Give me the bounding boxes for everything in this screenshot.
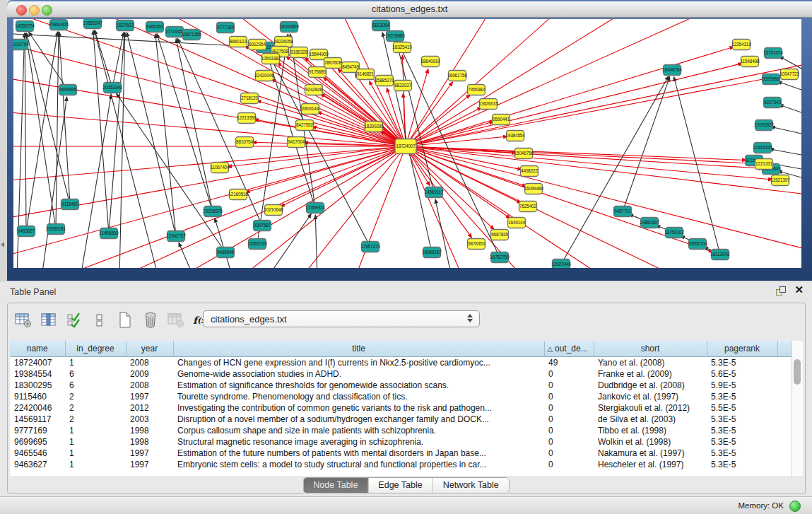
graph-node[interactable]: 7955383	[468, 85, 486, 95]
column-header-out_de[interactable]: △ out_de...	[544, 341, 594, 357]
graph-node[interactable]: 18103754	[13, 40, 29, 50]
graph-node[interactable]: 9329966	[763, 74, 780, 85]
graph-node[interactable]: 9227343	[764, 98, 782, 108]
graph-node[interactable]: 14055724	[15, 21, 35, 32]
graph-node[interactable]: 9590441	[493, 115, 510, 125]
table-row[interactable]: 977716911998Corpus callosum shape and si…	[10, 425, 792, 436]
graph-node[interactable]: 9687835	[491, 230, 509, 240]
graph-node[interactable]: 12213399	[237, 113, 257, 124]
graph-node[interactable]: 16033809	[279, 22, 299, 33]
graph-node[interactable]: 9417004	[288, 137, 305, 148]
table-row[interactable]: 969969511998Structural magnetic resonanc…	[10, 436, 792, 448]
graph-node[interactable]: 10047723	[779, 69, 799, 80]
graph-node[interactable]: 10653247	[83, 19, 102, 29]
graph-node[interactable]: 17359924	[305, 203, 325, 214]
panel-collapse-handle[interactable]	[1, 242, 4, 247]
graph-node[interactable]: 8860123	[230, 37, 247, 47]
graph-node[interactable]: 16099489	[524, 184, 543, 194]
column-header-year[interactable]: year	[126, 341, 173, 357]
graph-node[interactable]: 22420046	[254, 71, 274, 81]
graph-node[interactable]: 20206576	[203, 206, 223, 217]
graph-node[interactable]: 18325419	[392, 42, 412, 53]
graph-node[interactable]: 10210648	[264, 205, 283, 216]
graph-node[interactable]: 9777169	[217, 23, 235, 33]
graph-node[interactable]: 20053346	[102, 83, 122, 93]
graph-node[interactable]: 8813054	[372, 21, 390, 31]
graph-node[interactable]: 9457791	[614, 206, 632, 217]
column-header-name[interactable]: name	[10, 341, 65, 357]
window-titlebar[interactable]: citations_edges.txt	[7, 1, 812, 18]
graph-node[interactable]: 8427552	[296, 120, 314, 131]
graph-node[interactable]: 10543382	[261, 54, 281, 64]
graph-node[interactable]: 16958167	[422, 247, 442, 258]
column-header-short[interactable]: short	[594, 341, 707, 357]
graph-node[interactable]: 2803144	[302, 104, 319, 115]
graph-node[interactable]: 9465546	[217, 247, 235, 258]
graph-node[interactable]: 11548498	[741, 57, 760, 67]
graph-node[interactable]: 16961758	[447, 71, 467, 81]
graph-node[interactable]: 1527602	[117, 21, 134, 31]
toggle-split-icon[interactable]	[90, 311, 109, 330]
graph-node[interactable]: 17957273	[360, 242, 380, 252]
graph-node[interactable]: 12942757	[166, 231, 186, 242]
table-row[interactable]: 2242004622012Investigating the contribut…	[10, 402, 792, 414]
float-panel-icon[interactable]	[776, 286, 787, 296]
graph-node[interactable]: 9115460	[61, 199, 79, 210]
column-header-title[interactable]: title	[173, 341, 544, 357]
table-row[interactable]: 1872400712008Changes of HCN gene express…	[10, 357, 792, 369]
graph-node[interactable]: 11456869	[100, 228, 119, 239]
graph-node[interactable]: 8186328	[290, 47, 308, 58]
graph-node[interactable]: 20891406	[49, 20, 69, 30]
graph-node[interactable]: 9242848	[305, 85, 323, 95]
graph-node[interactable]: 14850397	[640, 218, 659, 228]
graph-node[interactable]: 11067404	[211, 163, 230, 173]
column-header-in_degree[interactable]: in_degree	[65, 341, 126, 357]
graph-node[interactable]: 19551704	[688, 239, 707, 250]
table-row[interactable]: 911546021997Tourette syndrome. Phenomeno…	[10, 391, 792, 402]
graph-node[interactable]: 16648784	[662, 65, 682, 76]
tab-network-table[interactable]: Network Table	[433, 478, 509, 493]
graph-node[interactable]: 20530181	[46, 224, 66, 235]
graph-node[interactable]: 4498222	[521, 166, 539, 177]
graph-node[interactable]: 13505135	[247, 239, 267, 250]
table-row[interactable]: 1830029562008Estimation of significance …	[10, 380, 792, 391]
graph-node[interactable]: 2718120	[241, 93, 259, 104]
graph-hub-node[interactable]: 18724007	[395, 139, 416, 154]
graph-node[interactable]: 2867608	[324, 58, 342, 69]
tab-edge-table[interactable]: Edge Table	[367, 478, 432, 493]
graph-node[interactable]: 12093822	[754, 120, 774, 131]
table-row[interactable]: 1938455462009Genome-wide association stu…	[10, 368, 792, 380]
graph-node[interactable]: 12923446	[551, 259, 571, 269]
graph-node[interactable]: 12160516	[228, 189, 248, 200]
graph-node[interactable]: 9175685	[309, 67, 326, 78]
graph-node[interactable]: 12254319	[731, 40, 751, 50]
graph-node[interactable]: 15751074	[763, 48, 783, 59]
network-graph-canvas[interactable]: 1405572420891406106532471527602646616010…	[13, 19, 801, 268]
table-scrollbar[interactable]	[792, 341, 803, 476]
graph-node[interactable]: 9699695	[59, 85, 77, 95]
tab-node-table[interactable]: Node Table	[303, 478, 367, 493]
graph-node[interactable]: 11521397	[771, 175, 790, 186]
table-row[interactable]: 1456911722003Disruption of a novel membe…	[10, 414, 792, 425]
graph-node[interactable]: 16671355	[182, 30, 201, 40]
column-header-pagerank[interactable]: pagerank	[707, 341, 777, 357]
close-panel-icon[interactable]: ✕	[794, 284, 804, 296]
graph-node[interactable]: 1221331	[755, 159, 773, 170]
table-row[interactable]: 946554611997Estimation of the future num…	[10, 448, 792, 459]
graph-node[interactable]: 8912954	[249, 40, 266, 50]
show-columns-icon[interactable]	[39, 311, 58, 330]
graph-node[interactable]: 18113042	[711, 250, 730, 260]
graph-node[interactable]: 9397587	[254, 221, 271, 231]
delete-table-icon[interactable]	[166, 311, 185, 330]
graph-node[interactable]: 5878353	[468, 239, 486, 250]
delete-columns-icon[interactable]	[141, 311, 160, 330]
graph-node[interactable]: 9463627	[18, 226, 35, 237]
graph-node[interactable]: 18226058	[273, 37, 293, 47]
table-selector-dropdown[interactable]: citations_edges.txt	[203, 310, 480, 327]
graph-node[interactable]: 7625402	[519, 201, 537, 212]
graph-node[interactable]: 14569117	[425, 187, 444, 198]
graph-node[interactable]: 19218986	[385, 31, 405, 42]
graph-node[interactable]: 1649144	[508, 218, 526, 228]
create-column-icon[interactable]	[115, 311, 134, 330]
table-row[interactable]: 946362711997Embryonic stem cells: a mode…	[10, 459, 792, 470]
